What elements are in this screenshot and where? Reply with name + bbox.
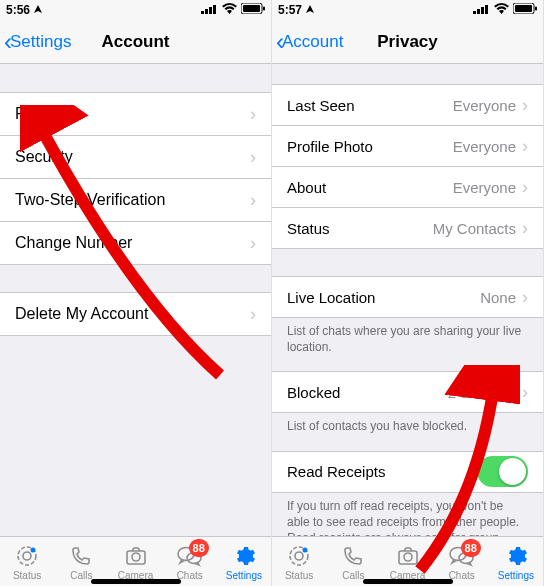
back-button[interactable]: ‹ Account <box>272 30 343 54</box>
svg-rect-15 <box>477 9 480 14</box>
svg-rect-20 <box>535 7 537 11</box>
wifi-icon <box>222 3 237 17</box>
read-receipts-toggle[interactable] <box>477 456 528 487</box>
chevron-right-icon: › <box>522 95 528 116</box>
row-last-seen[interactable]: Last Seen Everyone › <box>272 84 543 126</box>
chevron-right-icon: › <box>522 136 528 157</box>
svg-rect-0 <box>201 11 204 14</box>
tab-label: Status <box>285 570 313 581</box>
svg-point-23 <box>303 547 308 552</box>
chevron-right-icon: › <box>250 104 256 125</box>
svg-rect-3 <box>213 5 216 14</box>
row-label: Last Seen <box>287 97 453 114</box>
svg-point-8 <box>23 552 31 560</box>
row-about[interactable]: About Everyone › <box>272 166 543 208</box>
status-time: 5:57 <box>278 3 302 17</box>
row-profile-photo[interactable]: Profile Photo Everyone › <box>272 125 543 167</box>
row-delete-account[interactable]: Delete My Account › <box>0 292 271 336</box>
gear-icon <box>504 543 528 569</box>
nav-bar: ‹ Settings Account <box>0 20 271 64</box>
signal-icon <box>201 3 218 17</box>
content: Last Seen Everyone › Profile Photo Every… <box>272 64 543 536</box>
svg-rect-19 <box>515 5 532 12</box>
svg-rect-16 <box>481 7 484 14</box>
svg-rect-6 <box>263 7 265 11</box>
calls-icon <box>341 543 365 569</box>
row-two-step[interactable]: Two-Step Verification › <box>0 178 271 222</box>
row-change-number[interactable]: Change Number › <box>0 221 271 265</box>
live-location-footer: List of chats where you are sharing your… <box>272 317 543 361</box>
read-receipts-footer: If you turn off read receipts, you won't… <box>272 492 543 536</box>
location-icon <box>33 3 43 17</box>
row-privacy[interactable]: Privacy › <box>0 92 271 136</box>
back-label: Account <box>282 32 343 52</box>
content: Privacy › Security › Two-Step Verificati… <box>0 64 271 536</box>
camera-icon <box>396 543 420 569</box>
home-indicator <box>91 579 181 584</box>
row-value: Everyone <box>453 138 516 155</box>
tab-label: Chats <box>177 570 203 581</box>
status-time: 5:56 <box>6 3 30 17</box>
camera-icon <box>124 543 148 569</box>
row-security[interactable]: Security › <box>0 135 271 179</box>
badge: 88 <box>189 539 209 557</box>
row-label: Delete My Account <box>15 305 250 323</box>
gear-icon <box>232 543 256 569</box>
wifi-icon <box>494 3 509 17</box>
tab-label: Chats <box>449 570 475 581</box>
status-icon <box>287 543 311 569</box>
row-label: Privacy <box>15 105 250 123</box>
row-label: Security <box>15 148 250 166</box>
location-icon <box>305 3 315 17</box>
tab-status[interactable]: Status <box>0 537 54 586</box>
chevron-right-icon: › <box>250 190 256 211</box>
svg-rect-17 <box>485 5 488 14</box>
row-value: Everyone <box>453 179 516 196</box>
svg-point-11 <box>132 553 140 561</box>
row-label: Blocked <box>287 384 448 401</box>
tab-label: Calls <box>342 570 364 581</box>
row-label: Read Receipts <box>287 463 477 480</box>
signal-icon <box>473 3 490 17</box>
svg-point-25 <box>404 553 412 561</box>
row-live-location[interactable]: Live Location None › <box>272 276 543 318</box>
status-icon <box>15 543 39 569</box>
tab-label: Calls <box>70 570 92 581</box>
battery-icon <box>513 3 537 17</box>
svg-rect-5 <box>243 5 260 12</box>
row-blocked[interactable]: Blocked 2 contacts › <box>272 371 543 413</box>
tab-settings[interactable]: Settings <box>489 537 543 586</box>
row-label: Status <box>287 220 433 237</box>
chevron-right-icon: › <box>250 147 256 168</box>
chevron-right-icon: › <box>250 304 256 325</box>
home-indicator <box>363 579 453 584</box>
page-title: Account <box>102 32 170 52</box>
tab-label: Settings <box>498 570 534 581</box>
chevron-right-icon: › <box>522 218 528 239</box>
account-screen: 5:56 ‹ Settings Account Privacy › Securi… <box>0 0 272 586</box>
back-button[interactable]: ‹ Settings <box>0 30 71 54</box>
row-label: Live Location <box>287 289 480 306</box>
tab-settings[interactable]: Settings <box>217 537 271 586</box>
row-value: My Contacts <box>433 220 516 237</box>
status-bar: 5:57 <box>272 0 543 20</box>
privacy-screen: 5:57 ‹ Account Privacy Last Seen Everyon… <box>272 0 544 586</box>
badge: 88 <box>461 539 481 557</box>
row-label: About <box>287 179 453 196</box>
tab-label: Settings <box>226 570 262 581</box>
chevron-right-icon: › <box>522 177 528 198</box>
blocked-footer: List of contacts you have blocked. <box>272 412 543 440</box>
chevron-right-icon: › <box>522 382 528 403</box>
tab-status[interactable]: Status <box>272 537 326 586</box>
chevron-right-icon: › <box>250 233 256 254</box>
row-label: Two-Step Verification <box>15 191 250 209</box>
calls-icon <box>69 543 93 569</box>
status-bar: 5:56 <box>0 0 271 20</box>
row-label: Profile Photo <box>287 138 453 155</box>
row-value: None <box>480 289 516 306</box>
svg-rect-14 <box>473 11 476 14</box>
row-read-receipts: Read Receipts <box>272 451 543 493</box>
back-label: Settings <box>10 32 71 52</box>
row-status-privacy[interactable]: Status My Contacts › <box>272 207 543 249</box>
nav-bar: ‹ Account Privacy <box>272 20 543 64</box>
